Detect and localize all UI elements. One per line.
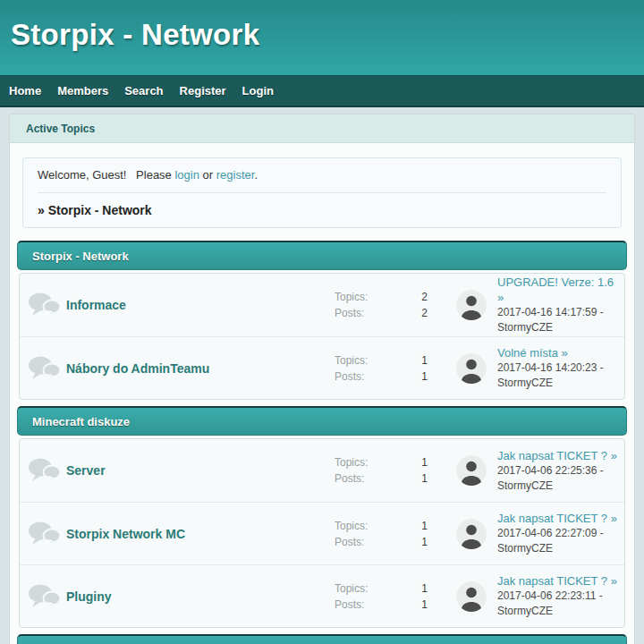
forum-bubbles-icon [23,583,66,610]
last-post: UPGRADE! Verze: 1.6 » 2017-04-16 14:17:5… [449,275,619,335]
arrow-icon: » [562,346,568,360]
last-post-date: 2017-04-16 14:20:23 - [497,360,604,376]
avatar[interactable] [456,455,487,486]
site-title: Storpix - Network [11,18,644,52]
last-post-date: 2017-04-16 14:17:59 - [497,305,619,320]
last-post-link[interactable]: Jak napsat TICKET ? » [497,511,617,526]
nav-item-search[interactable]: Search [116,84,171,97]
forum-stats: Topics: 2 Posts: 2 [335,291,449,319]
main-panel: Active Topics Welcome, Guest! Please log… [9,114,635,644]
arrow-icon: » [497,291,504,304]
breadcrumb-home-link[interactable]: Storpix - Network [48,203,152,217]
last-post-info: Volné místa » 2017-04-16 14:20:23 - Stor… [497,345,604,391]
forum-row-pluginy: Pluginy Topics: 1 Posts: 1 [20,564,624,627]
topics-label: Topics: [335,520,421,532]
avatar[interactable] [456,581,487,612]
welcome-greeting: Welcome, Guest! [38,168,126,182]
topics-label: Topics: [335,354,421,367]
forum-bubbles-icon [23,521,66,547]
welcome-or: or [203,168,214,182]
category-title: Storpix - Network [32,250,129,263]
category-header: Návody [17,634,627,644]
last-post-link[interactable]: Jak napsat TICKET ? » [497,573,617,589]
last-post-link[interactable]: Volné místa » [497,345,604,360]
last-post-user: StormyCZE [497,541,617,556]
forum-row-informace: Informace Topics: 2 Posts: 2 [20,274,624,336]
forum-bubbles-icon [23,457,66,484]
forum-stats: Topics: 1 Posts: 1 [335,456,449,485]
forum-bubbles-icon [23,355,66,382]
welcome-message: Welcome, Guest! Please login or register… [38,167,606,182]
last-post: Jak napsat TICKET ? » 2017-04-06 22:23:1… [449,573,619,619]
arrow-icon: » [611,512,617,525]
avatar[interactable] [456,519,487,549]
last-post-date: 2017-04-06 22:23:11 - [497,589,617,604]
login-link[interactable]: login [174,168,199,182]
posts-label: Posts: [335,472,421,485]
last-post: Jak napsat TICKET ? » 2017-04-06 22:25:3… [449,448,619,494]
last-post-date: 2017-04-06 22:27:09 - [497,526,617,541]
posts-count: 1 [421,472,428,485]
nav-item-members[interactable]: Members [49,84,116,97]
last-post-info: Jak napsat TICKET ? » 2017-04-06 22:25:3… [497,448,617,494]
category-header: Minecraft diskuze [17,406,627,436]
site-header: Storpix - Network [0,0,644,75]
category-section-navody: Návody [17,634,627,644]
posts-count: 1 [421,536,428,548]
nav-item-login[interactable]: Login [234,84,282,97]
forum-link[interactable]: Informace [66,298,126,312]
forum-bubbles-icon [23,292,66,318]
welcome-period: . [254,168,258,182]
topics-label: Topics: [335,582,421,595]
posts-count: 1 [421,370,428,383]
forum-stats: Topics: 1 Posts: 1 [335,520,449,548]
category-title: Minecraft diskuze [32,415,130,428]
page-title-bar: Active Topics [10,114,634,143]
last-post-user: StormyCZE [497,479,617,494]
page-title: Active Topics [26,123,95,135]
topics-count: 2 [421,291,428,303]
last-post-link[interactable]: Jak napsat TICKET ? » [497,448,617,463]
forum-row-storpix-network-mc: Storpix Network MC Topics: 1 Posts: 1 [20,502,624,564]
last-post-link[interactable]: UPGRADE! Verze: 1.6 » [497,275,619,305]
forum-row-server: Server Topics: 1 Posts: 1 [20,439,624,502]
welcome-please: Please [136,168,172,182]
category-section-storpix-network: Storpix - Network Info [17,241,627,400]
category-header: Storpix - Network [17,241,627,270]
forum-link[interactable]: Nábory do AdminTeamu [66,361,209,376]
topics-count: 1 [421,520,428,532]
posts-count: 1 [421,598,428,611]
nav-item-register[interactable]: Register [172,84,234,97]
avatar[interactable] [456,290,487,320]
forum-row-nabory: Nábory do AdminTeamu Topics: 1 Posts: 1 [20,336,624,399]
last-post-user: StormyCZE [497,604,617,619]
posts-label: Posts: [335,370,421,383]
posts-label: Posts: [335,536,421,548]
last-post-info: Jak napsat TICKET ? » 2017-04-06 22:23:1… [497,573,617,619]
last-post-date: 2017-04-06 22:25:36 - [497,463,617,479]
last-post-user: StormyCZE [497,376,604,391]
breadcrumb-arrow-icon: » [38,203,45,217]
last-post: Volné místa » 2017-04-16 14:20:23 - Stor… [449,345,619,391]
last-post-info: UPGRADE! Verze: 1.6 » 2017-04-16 14:17:5… [497,275,619,335]
forum-link[interactable]: Pluginy [66,589,112,604]
breadcrumb: » Storpix - Network [38,202,606,218]
topics-count: 1 [421,456,428,469]
nav-item-home[interactable]: Home [1,84,49,97]
topics-count: 1 [421,582,428,595]
last-post: Jak napsat TICKET ? » 2017-04-06 22:27:0… [449,511,619,556]
welcome-divider [38,192,606,193]
posts-label: Posts: [335,598,421,611]
forum-list: Server Topics: 1 Posts: 1 [19,438,625,628]
arrow-icon: » [611,574,617,588]
avatar[interactable] [456,353,487,384]
posts-count: 2 [421,307,428,319]
forum-link[interactable]: Storpix Network MC [66,527,185,541]
forum-link[interactable]: Server [66,463,106,478]
register-link[interactable]: register [216,168,255,182]
main-nav: Home Members Search Register Login [0,75,644,107]
topics-label: Topics: [335,456,421,469]
last-post-user: StormyCZE [497,320,619,335]
posts-label: Posts: [335,307,421,319]
last-post-info: Jak napsat TICKET ? » 2017-04-06 22:27:0… [497,511,617,556]
